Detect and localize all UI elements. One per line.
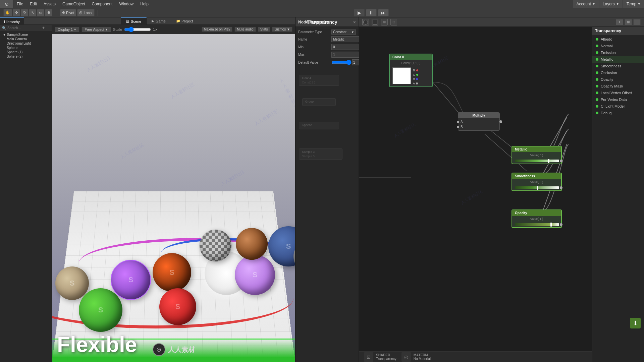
help-menu[interactable]: Help xyxy=(137,0,152,8)
material-sub: No Material xyxy=(414,357,431,361)
trans-occlusion[interactable]: Occlusion xyxy=(592,69,644,76)
default-label: Default Value xyxy=(298,61,330,64)
pause-button[interactable]: ⏸ xyxy=(366,9,377,16)
trans-per-vertex[interactable]: Per Vertex Data xyxy=(592,96,644,103)
scale-tool[interactable]: ⤡ xyxy=(29,9,36,16)
hierarchy-item[interactable]: Directional Light xyxy=(3,41,49,46)
trans-light-model[interactable]: C. Light Model xyxy=(592,103,644,110)
watermark-1: 人人素材社区 xyxy=(86,55,112,73)
node-props-close[interactable]: × xyxy=(353,20,356,24)
shader-editor-title: Transparency xyxy=(307,19,337,25)
param-type-dropdown[interactable]: Constant ▼ xyxy=(331,29,356,35)
pivot-button[interactable]: ⊙ Pivot xyxy=(60,9,76,16)
node-wm-2: 人人素材社区 xyxy=(393,122,417,139)
preview-icon-3[interactable]: ⊞ xyxy=(381,19,388,25)
viewport[interactable]: Display 1 ▼ Free Aspect ▼ Scale 1× Maxim… xyxy=(52,25,295,362)
default-slider[interactable] xyxy=(331,61,352,64)
max-row: Max xyxy=(298,52,356,58)
transparency-panel-header: Transparency xyxy=(592,27,644,35)
sphere-green: S xyxy=(79,288,122,332)
hierarchy-item[interactable]: ▼ SampleScene xyxy=(3,33,49,37)
min-row: Min xyxy=(298,44,356,50)
multiply-node[interactable]: Multiply A B xyxy=(458,112,500,131)
scale-value: 1× xyxy=(153,27,157,32)
logo-text: 人人素材 xyxy=(168,345,195,354)
viewport-toolbar: Display 1 ▼ Free Aspect ▼ Scale 1× Maxim… xyxy=(52,25,295,34)
node-canvas[interactable]: Color 0 Const(1,1,1,0) R G xyxy=(359,27,644,362)
trans-opacity-mask[interactable]: Opacity Mask xyxy=(592,83,644,89)
rotate-tool[interactable]: ↻ xyxy=(21,9,28,16)
name-row: Name xyxy=(298,36,356,42)
layers-dropdown[interactable]: Layers ▼ xyxy=(599,0,623,8)
temp-dropdown[interactable]: Temp ▼ xyxy=(623,0,644,8)
trans-opacity[interactable]: Opacity xyxy=(592,76,644,83)
metallic-node[interactable]: Metallic Value( 0 ) xyxy=(512,146,562,164)
gizmos-btn[interactable]: Gizmos ▼ xyxy=(272,27,292,32)
mute-audio-btn[interactable]: Mute audio xyxy=(234,27,256,32)
aspect-dropdown[interactable]: Free Aspect ▼ xyxy=(82,27,111,32)
project-tab[interactable]: 📁 Project xyxy=(171,17,198,25)
shader-editor-header: ⊞ ⊡ Transparency + ⊞ ☰ xyxy=(359,17,644,27)
account-dropdown[interactable]: Account ▼ xyxy=(573,0,599,8)
file-menu[interactable]: File xyxy=(13,0,26,8)
trans-metallic[interactable]: Metallic xyxy=(592,56,644,63)
shader-label: SHADER xyxy=(376,353,396,357)
hierarchy-item[interactable]: Sphere (2) xyxy=(3,54,49,59)
download-icon[interactable]: ⬇ xyxy=(630,318,641,328)
hierarchy-tab[interactable]: Hierarchy xyxy=(0,17,24,25)
component-menu[interactable]: Component xyxy=(88,0,116,8)
hierarchy-item[interactable]: Sphere xyxy=(3,46,49,50)
scene-tab[interactable]: 🖼 Scene xyxy=(121,17,147,25)
smoothness-node[interactable]: Smoothness Value( 0 ) xyxy=(512,173,562,191)
hierarchy-search[interactable] xyxy=(7,26,41,30)
game-tab[interactable]: ▶ Game xyxy=(147,17,171,25)
sphere-checker xyxy=(200,230,231,261)
trans-debug[interactable]: Debug xyxy=(592,110,644,116)
max-label: Max xyxy=(298,53,330,57)
shader-list-btn[interactable]: ☰ xyxy=(633,19,641,25)
color0-subtitle: Const(1,1,1,0) xyxy=(390,60,432,66)
hand-tool[interactable]: ✋ xyxy=(3,9,12,16)
shader-add-btn[interactable]: + xyxy=(616,19,623,25)
local-icon: ◎ xyxy=(79,10,83,15)
play-button[interactable]: ▶ xyxy=(354,9,365,16)
param-type-row: Parameter Type Constant ▼ xyxy=(298,29,356,35)
display-dropdown[interactable]: Display 1 ▼ xyxy=(55,27,79,32)
opacity-title: Opacity xyxy=(515,211,527,215)
preview-icon-2[interactable] xyxy=(372,19,378,25)
window-menu[interactable]: Window xyxy=(116,0,137,8)
smoothness-subtitle: Value( 0 ) xyxy=(512,179,561,185)
shader-grid-btn[interactable]: ⊞ xyxy=(625,19,632,25)
color0-node[interactable]: Color 0 Const(1,1,1,0) R G xyxy=(389,54,433,87)
gameobject-menu[interactable]: GameObject xyxy=(59,0,88,8)
scale-slider[interactable] xyxy=(124,27,151,32)
trans-emission[interactable]: Emission xyxy=(592,49,644,56)
hierarchy-item[interactable]: Main Camera xyxy=(3,37,49,41)
default-row: Default Value xyxy=(298,59,356,65)
local-button[interactable]: ◎ Local xyxy=(77,9,94,16)
preview-icon-4[interactable]: ⊡ xyxy=(390,19,397,25)
color-swatch[interactable] xyxy=(392,67,411,84)
preview-icon-1[interactable] xyxy=(362,19,369,25)
transparency-output-panel: Transparency Albedo Normal Emission xyxy=(592,27,644,362)
node-wm-3: 人人素材社区 xyxy=(460,189,484,206)
assets-menu[interactable]: Assets xyxy=(40,0,59,8)
move-tool[interactable]: ✛ xyxy=(13,9,20,16)
step-button[interactable]: ⏭ xyxy=(378,9,389,16)
opacity-subtitle: Value( 1 ) xyxy=(512,216,561,222)
edit-menu[interactable]: Edit xyxy=(26,0,40,8)
watermark-2: 人人素材社区 xyxy=(170,82,196,100)
trans-normal[interactable]: Normal xyxy=(592,43,644,49)
transform-tool[interactable]: ⊕ xyxy=(45,9,52,16)
scale-label: Scale xyxy=(113,27,122,32)
add-icon[interactable]: + xyxy=(42,25,45,30)
stats-btn[interactable]: Stats xyxy=(258,27,270,32)
trans-smoothness[interactable]: Smoothness xyxy=(592,63,644,69)
trans-albedo[interactable]: Albedo xyxy=(592,36,644,43)
opacity-node[interactable]: Opacity Value( 1 ) xyxy=(512,209,562,228)
maximize-on-play-btn[interactable]: Maximize on Play xyxy=(202,27,232,32)
hierarchy-item[interactable]: Sphere (1) xyxy=(3,50,49,54)
trans-local-vertex[interactable]: Local Vertex Offset xyxy=(592,89,644,96)
rect-tool[interactable]: ▭ xyxy=(37,9,44,16)
sphere-beige: S xyxy=(55,266,89,300)
